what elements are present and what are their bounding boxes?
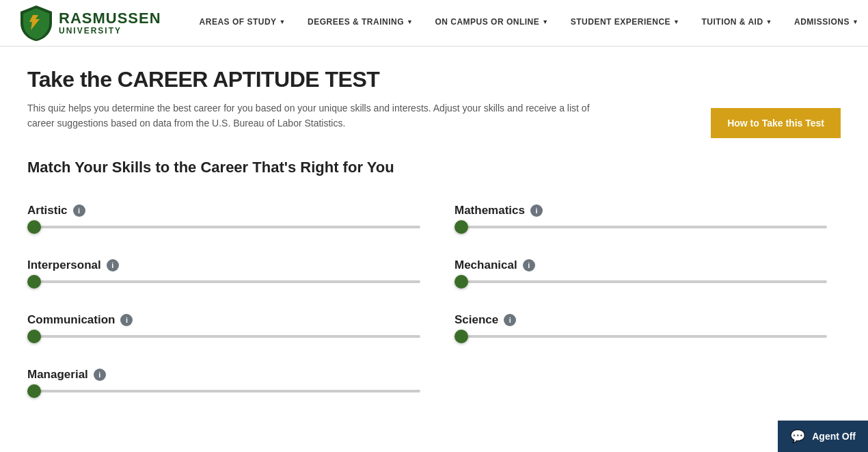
nav-item-admissions[interactable]: ADMISSIONS▼ — [783, 0, 868, 46]
page-subtitle: This quiz helps you determine the best c… — [27, 101, 601, 131]
slider-input-mathematics[interactable] — [455, 226, 827, 228]
slider-block-communication: Communication i — [27, 302, 434, 357]
slider-block-mathematics: Mathematics i — [434, 193, 841, 248]
top-section: Take the CAREER APTITUDE TEST This quiz … — [27, 67, 841, 138]
main-content: Take the CAREER APTITUDE TEST This quiz … — [0, 46, 868, 439]
chevron-icon: ▼ — [542, 18, 548, 25]
chat-label: Agent Off — [812, 431, 856, 439]
slider-block-mechanical: Mechanical i — [434, 248, 841, 302]
nav-item-tuition-aid[interactable]: TUITION & AID▼ — [691, 0, 783, 46]
slider-name-mathematics: Mathematics — [455, 204, 525, 217]
slider-name-mechanical: Mechanical — [455, 258, 517, 272]
slider-block-artistic: Artistic i — [27, 193, 434, 248]
slider-name-science: Science — [455, 313, 498, 327]
chat-icon: 💬 — [790, 429, 805, 439]
chevron-icon: ▼ — [673, 18, 679, 25]
chevron-icon: ▼ — [280, 18, 286, 25]
nav-item-degrees-training[interactable]: DEGREES & TRAINING▼ — [297, 0, 424, 46]
chevron-icon: ▼ — [852, 18, 858, 25]
slider-input-science[interactable] — [455, 335, 827, 338]
slider-name-communication: Communication — [27, 313, 115, 327]
slider-block-managerial: Managerial i — [27, 357, 434, 412]
top-left: Take the CAREER APTITUDE TEST This quiz … — [27, 67, 683, 131]
sliders-grid: Artistic i Mathematics i Interpersonal i… — [27, 193, 841, 412]
logo-top: RASMUSSEN — [59, 10, 161, 27]
slider-label-artistic: Artistic i — [27, 204, 420, 217]
section-heading: Match Your Skills to the Career That's R… — [27, 159, 841, 176]
chevron-icon: ▼ — [766, 18, 772, 25]
slider-label-interpersonal: Interpersonal i — [27, 258, 420, 272]
slider-label-science: Science i — [455, 313, 827, 327]
slider-label-communication: Communication i — [27, 313, 420, 327]
info-icon-artistic[interactable]: i — [73, 204, 85, 217]
slider-label-mathematics: Mathematics i — [455, 204, 827, 217]
slider-input-communication[interactable] — [27, 335, 420, 338]
chevron-icon: ▼ — [407, 18, 413, 25]
slider-block-interpersonal: Interpersonal i — [27, 248, 434, 302]
logo-bottom: UNIVERSITY — [59, 27, 161, 36]
slider-label-managerial: Managerial i — [27, 368, 420, 382]
slider-name-managerial: Managerial — [27, 368, 88, 382]
logo[interactable]: RASMUSSEN UNIVERSITY — [21, 5, 161, 41]
nav-item-student-experience[interactable]: STUDENT EXPERIENCE▼ — [560, 0, 691, 46]
nav-item-areas-of-study[interactable]: AREAS OF STUDY▼ — [189, 0, 297, 46]
info-icon-mechanical[interactable]: i — [523, 259, 535, 271]
info-icon-interpersonal[interactable]: i — [107, 259, 119, 271]
slider-name-artistic: Artistic — [27, 204, 68, 217]
slider-input-mechanical[interactable] — [455, 280, 827, 283]
slider-input-managerial[interactable] — [27, 390, 420, 393]
slider-input-artistic[interactable] — [27, 226, 420, 228]
page-title: Take the CAREER APTITUDE TEST — [27, 67, 683, 92]
slider-block-science: Science i — [434, 302, 841, 357]
info-icon-communication[interactable]: i — [120, 314, 133, 326]
info-icon-managerial[interactable]: i — [94, 369, 106, 381]
chat-widget[interactable]: 💬 Agent Off — [778, 421, 868, 439]
nav-items: AREAS OF STUDY▼DEGREES & TRAINING▼ON CAM… — [189, 0, 868, 46]
info-icon-science[interactable]: i — [504, 314, 516, 326]
slider-label-mechanical: Mechanical i — [455, 258, 827, 272]
slider-name-interpersonal: Interpersonal — [27, 258, 101, 272]
how-to-btn[interactable]: How to Take this Test — [711, 108, 841, 138]
info-icon-mathematics[interactable]: i — [530, 204, 543, 217]
nav-item-on-campus-online[interactable]: ON CAMPUS OR ONLINE▼ — [424, 0, 559, 46]
slider-input-interpersonal[interactable] — [27, 280, 420, 283]
navbar: RASMUSSEN UNIVERSITY AREAS OF STUDY▼DEGR… — [0, 0, 868, 46]
